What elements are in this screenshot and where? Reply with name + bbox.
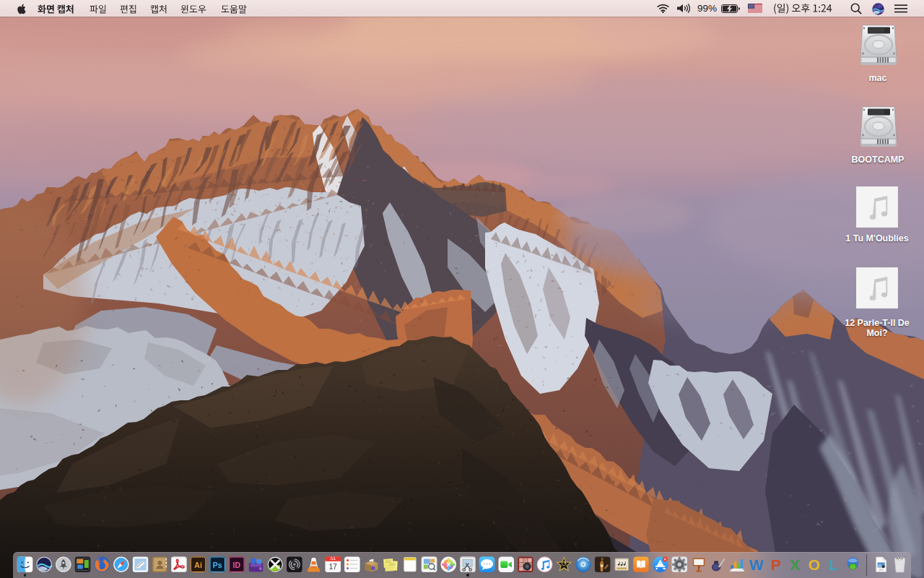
svg-text:4: 4 [664,557,666,561]
svg-text:17: 17 [329,563,338,571]
svg-text:Ai: Ai [194,561,202,569]
svg-text:JPG: JPG [879,569,884,571]
svg-text:ID: ID [233,561,241,569]
svg-text:JUL: JUL [330,557,336,561]
svg-text:O: O [808,556,820,573]
svg-text:Ps: Ps [213,561,222,569]
svg-text:L: L [829,556,838,573]
svg-text:P: P [771,556,781,573]
svg-text:W: W [749,556,764,573]
svg-text:X: X [790,556,800,573]
